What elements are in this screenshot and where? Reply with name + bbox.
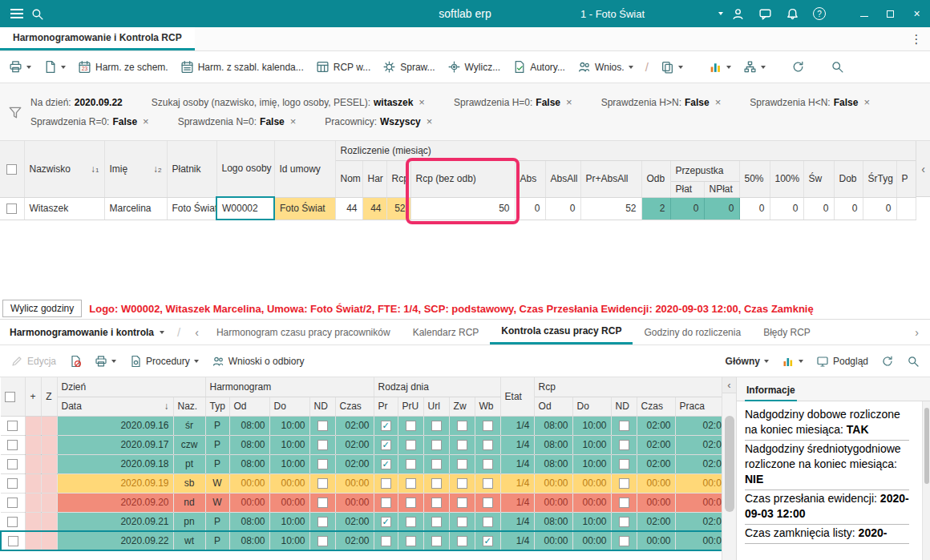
select-all-checkbox[interactable] (5, 392, 15, 402)
cell-pr[interactable]: ✓ (374, 416, 398, 435)
day-row[interactable]: 2020.09.21 pn P 08:00 10:00 02:00 ✓ 1/4 (1, 512, 722, 531)
cell-pr[interactable]: ✓ (374, 512, 398, 531)
cell-typ[interactable]: W (205, 473, 229, 493)
cell-praca[interactable]: 02:00 (675, 435, 722, 454)
col-data[interactable]: Data (57, 397, 173, 416)
filter-icon[interactable] (0, 83, 30, 140)
url-checkbox[interactable] (431, 440, 442, 450)
zw-checkbox[interactable] (457, 459, 467, 469)
cell-harm-nd[interactable] (309, 493, 335, 512)
col-har[interactable]: Har (362, 160, 386, 197)
plus-cell[interactable] (25, 531, 41, 550)
cell-data[interactable]: 2020.09.22 (57, 531, 173, 550)
harm-z-szabl-button[interactable]: Harm. z szabl. kalenda... (175, 55, 309, 79)
col-platnik[interactable]: Płatnik (167, 141, 216, 197)
cell-harm-do[interactable]: 10:00 (269, 531, 309, 550)
row-checkbox[interactable] (6, 203, 17, 214)
autoryzacja-button[interactable]: Autory... (507, 55, 571, 79)
cell-rcp-czas[interactable]: 02:00 (637, 435, 675, 454)
cell-platnik[interactable]: Foto Świat (167, 197, 216, 220)
cell-rcp-do[interactable]: 10:00 (572, 512, 611, 531)
close-button[interactable]: × (904, 0, 930, 27)
bell-icon[interactable] (778, 0, 806, 27)
nd-checkbox[interactable] (619, 459, 629, 469)
cell-rcp-do[interactable]: 10:00 (572, 416, 611, 435)
pr-checkbox[interactable]: ✓ (381, 517, 391, 527)
col-plat[interactable]: Płat (670, 181, 704, 197)
cell-rcp-czas[interactable]: 00:00 (637, 473, 675, 493)
select-all-cell[interactable] (1, 377, 25, 416)
col-naz[interactable]: Naz. (173, 397, 205, 416)
nd-checkbox[interactable] (619, 421, 629, 431)
url-checkbox[interactable] (431, 478, 442, 489)
select-all-checkbox[interactable] (6, 164, 17, 175)
cell-sw[interactable]: 0 (803, 197, 834, 220)
cell-rcp-do[interactable]: 10:00 (572, 454, 611, 473)
cell-rcp-do[interactable]: 00:00 (572, 473, 611, 493)
select-all-cell[interactable] (0, 141, 24, 197)
cell-logo-osoby[interactable]: W00002 (216, 197, 274, 220)
zw-checkbox[interactable] (457, 517, 467, 527)
cell-etat[interactable]: 1/4 (500, 512, 534, 531)
cell-harm-czas[interactable]: 02:00 (335, 454, 374, 473)
cell-rcp-od[interactable]: 08:00 (534, 454, 572, 473)
more-options-icon[interactable] (903, 27, 930, 50)
col-dob[interactable]: Dob (834, 160, 863, 197)
cell-rcp-od[interactable]: 00:00 (534, 531, 572, 550)
cell-harm-nd[interactable] (309, 416, 335, 435)
cell-harm-do[interactable]: 10:00 (269, 416, 309, 435)
nd-checkbox[interactable] (317, 459, 328, 469)
cell-rcp-czas[interactable]: 02:00 (637, 454, 675, 473)
day-row-selected[interactable]: 2020.09.22 wt P 08:00 10:00 02:00 ✓ 1/4 (1, 531, 722, 550)
remove-filter-icon[interactable] (290, 115, 297, 127)
col-harm-od[interactable]: Od (229, 397, 269, 416)
wb-checkbox[interactable] (483, 459, 493, 469)
cell-zw[interactable] (449, 512, 475, 531)
col-typ[interactable]: Typ (205, 397, 229, 416)
cell-harm-od[interactable]: 08:00 (229, 416, 269, 435)
z-cell[interactable] (41, 416, 57, 435)
tab-kontrola-czasu-pracy-rcp[interactable]: Kontrola czasu pracy RCP (490, 320, 633, 344)
cell-typ[interactable]: P (205, 454, 229, 473)
cell-zw[interactable] (449, 473, 475, 493)
day-row[interactable]: 2020.09.19 sb W 00:00 00:00 00:00 1/4 (1, 473, 722, 493)
search-button[interactable] (825, 55, 850, 79)
plus-cell[interactable] (25, 473, 41, 493)
cell-zw[interactable] (449, 454, 475, 473)
scrollbar-thumb[interactable] (924, 408, 929, 484)
day-row[interactable]: 2020.09.17 czw P 08:00 10:00 02:00 ✓ 1/4 (1, 435, 722, 454)
wb-checkbox[interactable]: ✓ (483, 536, 493, 546)
export-button[interactable] (38, 55, 71, 79)
nd-checkbox[interactable] (619, 536, 629, 546)
edit-button[interactable]: Edycja (5, 350, 62, 373)
cell-pru[interactable] (398, 416, 423, 435)
col-odb[interactable]: Odb (641, 160, 670, 197)
row-checkbox[interactable] (7, 498, 18, 508)
cell-pr[interactable] (374, 473, 398, 493)
col-absall[interactable]: AbsAll (545, 160, 580, 197)
filter-chip-pracownicy[interactable]: Pracownicy:Wszyscy (325, 115, 432, 127)
col-pr-absall[interactable]: Pr+AbsAll (580, 160, 641, 197)
nd-checkbox[interactable] (317, 440, 328, 450)
col-harm-nd[interactable]: ND (309, 397, 335, 416)
cell-praca[interactable]: 02:00 (675, 416, 722, 435)
menu-icon[interactable] (10, 9, 23, 18)
cell-typ[interactable]: W (205, 493, 229, 512)
col-rcp-bez-odb[interactable]: Rcp (bez odb) (410, 160, 515, 197)
col-plus[interactable]: + (25, 377, 41, 416)
cell-data[interactable]: 2020.09.20 (57, 493, 173, 512)
cell-rcp-nd[interactable] (611, 435, 637, 454)
zw-checkbox[interactable] (457, 536, 467, 546)
cell-harm-od[interactable]: 08:00 (229, 435, 269, 454)
col-praca[interactable]: Praca (675, 397, 722, 416)
pr-checkbox[interactable] (381, 498, 391, 508)
row-checkbox[interactable] (7, 517, 18, 527)
nd-checkbox[interactable] (317, 421, 328, 431)
cell-typ[interactable]: P (205, 531, 229, 550)
nd-checkbox[interactable] (619, 478, 629, 489)
pru-checkbox[interactable] (406, 517, 416, 527)
cell-praca[interactable]: 00:00 (675, 493, 722, 512)
url-checkbox[interactable] (431, 421, 442, 431)
cell-harm-czas[interactable]: 02:00 (335, 416, 374, 435)
cell-100[interactable]: 0 (770, 197, 803, 220)
